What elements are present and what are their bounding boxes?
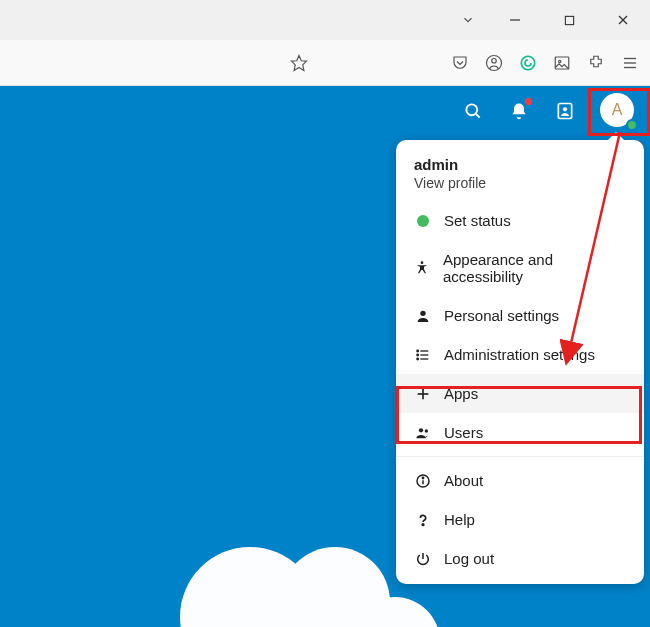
status-online-icon [414,215,432,227]
close-button[interactable] [600,0,646,40]
svg-point-9 [559,60,561,62]
pocket-icon[interactable] [450,53,470,73]
window: A admin View profile Set status Appearan… [0,0,650,627]
svg-marker-4 [292,55,307,70]
titlebar-dropdown-icon[interactable] [452,13,484,27]
menu-item-label: Help [444,511,475,528]
power-icon [414,551,432,567]
plus-icon [414,386,432,402]
svg-point-6 [492,58,497,63]
menu-item-label: Personal settings [444,307,559,324]
svg-line-14 [476,114,480,118]
users-icon [414,425,432,441]
svg-point-31 [422,477,423,478]
grammarly-icon[interactable] [518,53,538,73]
notifications-icon[interactable] [508,100,530,122]
menu-item-admin-settings[interactable]: Administration settings [396,335,644,374]
image-icon[interactable] [552,53,572,73]
info-icon [414,473,432,489]
avatar-menu-trigger[interactable]: A [600,93,636,129]
notification-dot-icon [525,98,532,105]
presence-online-icon [626,119,638,131]
svg-point-23 [417,354,419,356]
accessibility-icon [414,260,431,276]
menu-item-help[interactable]: Help [396,500,644,539]
minimize-button[interactable] [492,0,538,40]
svg-point-17 [421,261,424,264]
svg-rect-1 [565,16,573,24]
svg-point-18 [420,310,425,315]
maximize-button[interactable] [546,0,592,40]
person-icon [414,308,432,324]
menu-item-about[interactable]: About [396,461,644,500]
svg-point-22 [417,350,419,352]
browser-toolbar [0,40,650,86]
user-menu-header: admin View profile [396,152,644,201]
menu-item-label: Users [444,424,483,441]
avatar-initial: A [612,101,623,119]
menu-item-apps[interactable]: Apps [396,374,644,413]
menu-item-label: Administration settings [444,346,595,363]
svg-point-28 [425,429,428,432]
search-icon[interactable] [462,100,484,122]
menu-item-users[interactable]: Users [396,413,644,452]
svg-point-16 [563,107,567,111]
list-settings-icon [414,347,432,363]
menu-item-label: Set status [444,212,511,229]
svg-point-27 [419,428,423,432]
view-profile-link[interactable]: View profile [414,175,626,191]
svg-point-32 [422,523,424,525]
menu-item-label: Appearance and accessibility [443,251,626,285]
contacts-icon[interactable] [554,100,576,122]
extensions-icon[interactable] [586,53,606,73]
menu-separator [396,456,644,457]
bookmark-star-icon[interactable] [290,54,308,72]
menu-item-set-status[interactable]: Set status [396,201,644,240]
menu-item-label: Apps [444,385,478,402]
titlebar [0,0,650,40]
hamburger-menu-icon[interactable] [620,53,640,73]
app-header: A [0,86,650,136]
svg-point-7 [521,56,535,70]
menu-item-label: About [444,472,483,489]
menu-item-personal-settings[interactable]: Personal settings [396,296,644,335]
menu-item-logout[interactable]: Log out [396,539,644,578]
menu-item-label: Log out [444,550,494,567]
svg-point-13 [466,104,477,115]
svg-point-24 [417,358,419,360]
menu-item-appearance[interactable]: Appearance and accessibility [396,240,644,296]
help-icon [414,512,432,528]
account-icon[interactable] [484,53,504,73]
user-menu: admin View profile Set status Appearance… [396,140,644,584]
username-label: admin [414,156,626,173]
